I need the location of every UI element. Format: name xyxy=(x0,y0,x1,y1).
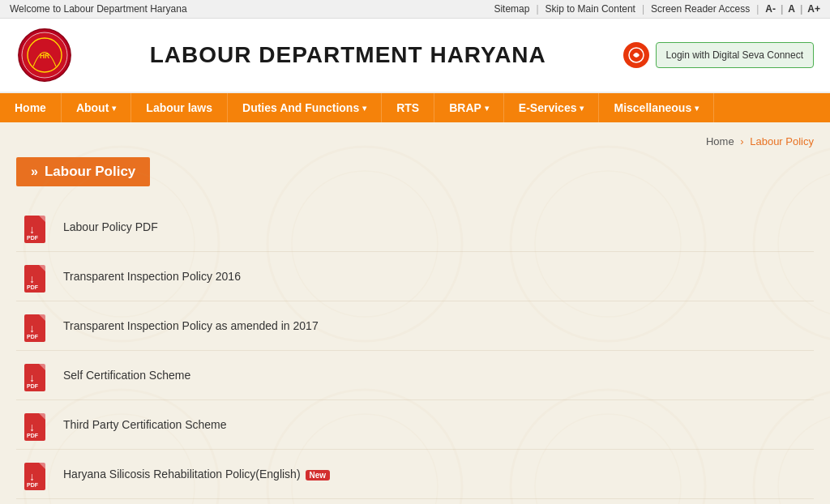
policy-item-5[interactable]: ↓ PDF Haryana Silicosis Rehabilitation P… xyxy=(16,450,814,499)
sep2: | xyxy=(642,3,644,15)
page-title: Labour Policy xyxy=(45,164,135,180)
about-arrow: ▾ xyxy=(112,104,116,113)
policy-list: ↓ PDF Labour Policy PDF ↓ PDF Transparen… xyxy=(16,203,814,504)
content-area: Home › Labour Policy » Labour Policy ↓ P… xyxy=(0,122,830,504)
font-size-controls: A- | A | A+ xyxy=(765,3,820,15)
header-login: Login with Digital Seva Connect xyxy=(623,42,814,68)
breadcrumb-current: Labour Policy xyxy=(750,135,814,147)
sep3: | xyxy=(756,3,759,15)
policy-item-1[interactable]: ↓ PDF Transparent Inspection Policy 2016 xyxy=(16,252,814,301)
seva-icon xyxy=(623,42,649,68)
svg-text:PDF: PDF xyxy=(27,235,39,241)
nav-labour-laws[interactable]: Labour laws xyxy=(131,93,228,122)
sep1: | xyxy=(536,3,538,15)
eservices-arrow: ▾ xyxy=(580,104,584,113)
logo: HR xyxy=(16,27,73,83)
pdf-icon-3: ↓ PDF xyxy=(23,361,52,390)
skip-link[interactable]: Skip to Main Content xyxy=(545,3,635,15)
pdf-icon-5: ↓ PDF xyxy=(23,459,52,489)
pdf-icon-1: ↓ PDF xyxy=(23,262,52,291)
font-normal-btn[interactable]: A xyxy=(788,3,795,15)
svg-text:↓: ↓ xyxy=(29,371,35,384)
svg-text:↓: ↓ xyxy=(29,470,35,483)
breadcrumb: Home › Labour Policy xyxy=(16,135,814,147)
svg-text:↓: ↓ xyxy=(29,272,35,285)
svg-text:PDF: PDF xyxy=(27,334,39,340)
nav-miscellaneous[interactable]: Miscellaneous ▾ xyxy=(599,93,714,122)
policy-item-0[interactable]: ↓ PDF Labour Policy PDF xyxy=(16,203,814,252)
digital-seva-button[interactable]: Login with Digital Seva Connect xyxy=(656,42,814,68)
header-title: LABOUR DEPARTMENT HARYANA xyxy=(73,42,623,68)
main-nav: Home About ▾ Labour laws Duties And Func… xyxy=(0,93,830,122)
font-decrease-btn[interactable]: A- xyxy=(765,3,776,15)
policy-item-4[interactable]: ↓ PDF Third Party Certification Scheme xyxy=(16,400,814,450)
breadcrumb-home[interactable]: Home xyxy=(706,135,734,147)
double-arrow-icon: » xyxy=(31,164,38,179)
policy-item-6[interactable]: ↓ PDF Haryana Silicosis Rehabilitation P… xyxy=(16,499,814,504)
svg-text:PDF: PDF xyxy=(27,284,39,290)
font-increase-btn[interactable]: A+ xyxy=(807,3,820,15)
top-bar-right: Sitemap | Skip to Main Content | Screen … xyxy=(494,3,820,15)
policy-name-4: Third Party Certification Scheme xyxy=(63,418,227,431)
svg-text:↓: ↓ xyxy=(29,421,35,434)
svg-text:↓: ↓ xyxy=(29,223,35,236)
sep5: | xyxy=(800,3,802,15)
pdf-icon-0: ↓ PDF xyxy=(23,212,52,241)
pdf-icon-2: ↓ PDF xyxy=(23,311,52,340)
welcome-text: Welcome to Labour Department Haryana xyxy=(10,3,187,15)
policy-name-3: Self Certification Scheme xyxy=(63,369,190,382)
nav-rts[interactable]: RTS xyxy=(382,93,434,122)
sep4: | xyxy=(781,3,783,15)
nav-about[interactable]: About ▾ xyxy=(62,93,131,122)
nav-brap[interactable]: BRAP ▾ xyxy=(434,93,504,122)
svg-text:PDF: PDF xyxy=(27,482,39,488)
brap-arrow: ▾ xyxy=(485,104,489,113)
new-badge-5: New xyxy=(306,470,331,481)
nav-home[interactable]: Home xyxy=(0,93,62,122)
page-title-bar: » Labour Policy xyxy=(16,157,150,186)
svg-text:↓: ↓ xyxy=(29,322,35,335)
svg-text:PDF: PDF xyxy=(27,433,39,438)
nav-eservices[interactable]: E-Services ▾ xyxy=(504,93,600,122)
top-bar: Welcome to Labour Department Haryana Sit… xyxy=(0,0,830,19)
policy-item-3[interactable]: ↓ PDF Self Certification Scheme xyxy=(16,351,814,400)
breadcrumb-separator: › xyxy=(740,135,747,147)
policy-name-5: Haryana Silicosis Rehabilitation Policy(… xyxy=(63,468,330,481)
pdf-icon-4: ↓ PDF xyxy=(23,410,52,439)
duties-arrow: ▾ xyxy=(362,104,366,113)
sitemap-link[interactable]: Sitemap xyxy=(494,3,529,15)
screen-reader-link[interactable]: Screen Reader Access xyxy=(651,3,750,15)
header: HR LABOUR DEPARTMENT HARYANA Login with … xyxy=(0,19,830,93)
policy-name-1: Transparent Inspection Policy 2016 xyxy=(63,270,241,283)
policy-name-0: Labour Policy PDF xyxy=(63,220,158,233)
svg-text:PDF: PDF xyxy=(27,383,39,389)
nav-duties[interactable]: Duties And Functions ▾ xyxy=(228,93,382,122)
policy-name-2: Transparent Inspection Policy as amended… xyxy=(63,319,319,332)
policy-item-2[interactable]: ↓ PDF Transparent Inspection Policy as a… xyxy=(16,301,814,351)
misc-arrow: ▾ xyxy=(695,104,699,113)
